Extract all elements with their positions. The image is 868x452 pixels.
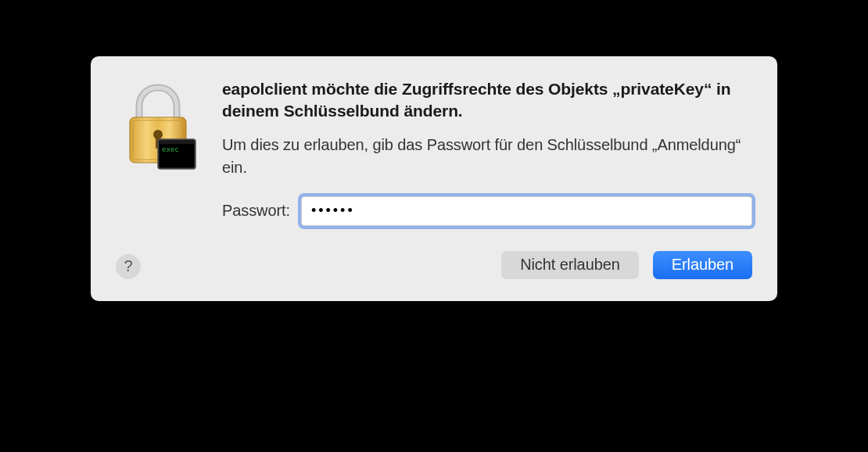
allow-button[interactable]: Erlauben bbox=[653, 251, 752, 279]
password-row: Passwort: bbox=[222, 196, 752, 226]
dialog-subtext: Um dies zu erlauben, gib das Passwort fü… bbox=[222, 134, 752, 179]
dialog-content: exec eapolclient möchte die Zugriffsrech… bbox=[116, 78, 752, 226]
help-button[interactable]: ? bbox=[116, 254, 141, 279]
svg-text:exec: exec bbox=[162, 145, 179, 153]
password-input[interactable] bbox=[301, 196, 752, 226]
exec-badge-icon: exec bbox=[158, 139, 195, 169]
deny-button[interactable]: Nicht erlauben bbox=[501, 251, 639, 279]
dialog-text-column: eapolclient möchte die Zugriffsrechte de… bbox=[222, 78, 752, 226]
lock-icon: exec bbox=[116, 81, 200, 175]
password-label: Passwort: bbox=[222, 202, 290, 220]
keychain-dialog: exec eapolclient möchte die Zugriffsrech… bbox=[91, 56, 777, 301]
dialog-icon-wrap: exec bbox=[116, 78, 200, 226]
button-row: Nicht erlauben Erlauben bbox=[116, 251, 752, 279]
dialog-heading: eapolclient möchte die Zugriffsrechte de… bbox=[222, 78, 752, 123]
